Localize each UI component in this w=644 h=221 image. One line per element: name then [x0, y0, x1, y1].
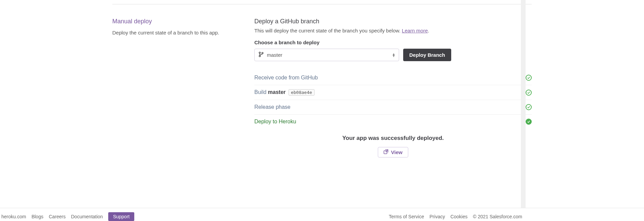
- footer-home-link[interactable]: heroku.com: [1, 214, 26, 219]
- git-branch-icon: [259, 52, 263, 58]
- svg-point-1: [262, 52, 263, 54]
- deploy-subtext: This will deploy the current state of th…: [254, 28, 532, 33]
- chevron-updown-icon: ▲▼: [392, 53, 395, 57]
- selected-branch-value: master: [267, 52, 282, 58]
- success-message: Your app was successfully deployed.: [254, 135, 532, 142]
- svg-point-2: [259, 55, 260, 57]
- step-deploy-label: Deploy to Heroku: [254, 119, 296, 125]
- step-build-label: Build master eb08ae4e: [254, 89, 315, 96]
- step-release-label: Release phase: [254, 104, 291, 110]
- step-build: Build master eb08ae4e: [254, 85, 532, 100]
- check-icon: [526, 90, 532, 96]
- footer-support-button[interactable]: Support: [108, 212, 134, 221]
- manual-deploy-title: Manual deploy: [112, 18, 241, 25]
- footer-careers-link[interactable]: Careers: [49, 214, 66, 219]
- footer-docs-link[interactable]: Documentation: [71, 214, 103, 219]
- footer: heroku.com Blogs Careers Documentation S…: [0, 208, 644, 221]
- svg-point-0: [259, 52, 260, 53]
- footer-cookies-link[interactable]: Cookies: [451, 214, 468, 219]
- footer-copyright: © 2021 Salesforce.com: [473, 214, 522, 219]
- step-release: Release phase: [254, 100, 532, 115]
- check-filled-icon: [526, 119, 532, 125]
- deploy-branch-button[interactable]: Deploy Branch: [403, 49, 451, 61]
- check-icon: [526, 75, 532, 81]
- section-divider: [112, 4, 532, 4]
- manual-deploy-desc: Deploy the current state of a branch to …: [112, 29, 241, 37]
- view-app-button[interactable]: View: [378, 147, 408, 157]
- view-button-label: View: [391, 149, 402, 155]
- check-icon: [526, 104, 532, 110]
- deploy-heading: Deploy a GitHub branch: [254, 18, 532, 25]
- step-receive-label: Receive code from GitHub: [254, 75, 318, 81]
- footer-blogs-link[interactable]: Blogs: [31, 214, 43, 219]
- scrollbar[interactable]: [521, 0, 526, 221]
- branch-select[interactable]: master ▲▼: [254, 49, 399, 61]
- step-receive: Receive code from GitHub: [254, 71, 532, 85]
- step-deploy: Deploy to Heroku: [254, 115, 532, 129]
- commit-badge: eb08ae4e: [289, 89, 315, 96]
- learn-more-link[interactable]: Learn more: [402, 28, 428, 33]
- choose-branch-label: Choose a branch to deploy: [254, 40, 532, 45]
- external-link-icon: [384, 149, 388, 155]
- footer-tos-link[interactable]: Terms of Service: [389, 214, 424, 219]
- footer-privacy-link[interactable]: Privacy: [430, 214, 445, 219]
